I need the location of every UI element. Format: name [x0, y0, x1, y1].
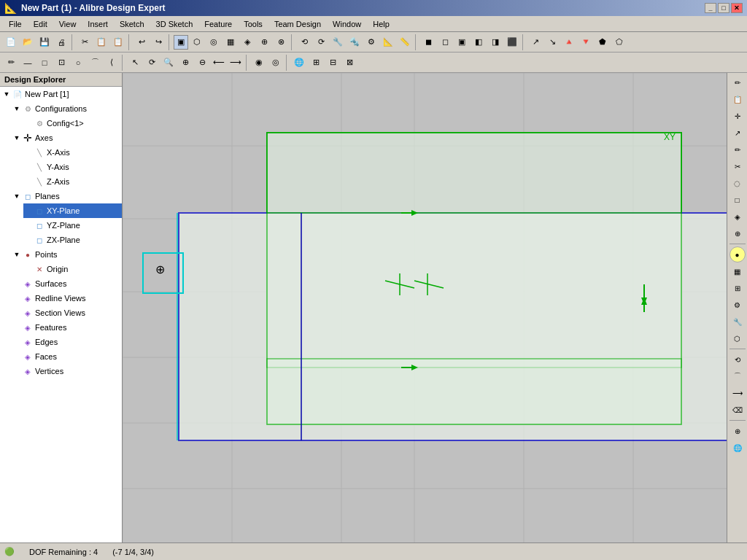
- rotate-tool[interactable]: ⟳: [144, 55, 160, 71]
- zoom-in-tool[interactable]: ⊕: [177, 55, 193, 71]
- tree-points[interactable]: ▼ ● Points: [12, 247, 122, 262]
- save-button[interactable]: 💾: [36, 34, 53, 50]
- tree-zaxis[interactable]: ▷ ╲ Z-Axis: [23, 174, 122, 189]
- rt-btn-6[interactable]: ✂: [729, 158, 746, 174]
- rt-btn-3[interactable]: ✛: [729, 108, 746, 124]
- tree-zxplane[interactable]: ▷ ◻ ZX-Plane: [23, 233, 122, 247]
- tool-19[interactable]: ◨: [487, 34, 503, 50]
- expand-new-part[interactable]: ▼: [1, 89, 12, 99]
- tool-25[interactable]: ⬟: [595, 34, 611, 50]
- menu-file[interactable]: File: [3, 18, 28, 30]
- tree-origin[interactable]: ▷ ✕ Origin: [23, 262, 122, 276]
- rt-btn-15[interactable]: 🔧: [729, 314, 746, 330]
- rt-btn-17[interactable]: ⟲: [729, 351, 746, 368]
- tree-config1[interactable]: ▷ ⚙ Config<1>: [23, 116, 122, 131]
- view-tool-1[interactable]: ◉: [251, 55, 267, 71]
- rt-btn-20[interactable]: ⌫: [729, 402, 746, 418]
- expand-configs[interactable]: ▼: [12, 104, 22, 114]
- tree-configurations[interactable]: ▼ ⚙ Configurations: [12, 101, 122, 116]
- sketch-tool-2[interactable]: —: [20, 55, 36, 71]
- menu-window[interactable]: Window: [327, 18, 367, 30]
- tool-21[interactable]: ↗: [527, 34, 543, 50]
- tree-edges[interactable]: ▷ ◈ Edges: [12, 335, 122, 349]
- constraint-tool-1[interactable]: ⊞: [308, 55, 324, 71]
- tool-8[interactable]: ⟲: [296, 34, 312, 50]
- zoom-tool[interactable]: 🔍: [160, 55, 177, 71]
- expand-points[interactable]: ▼: [12, 249, 22, 260]
- sketch-tool-5[interactable]: ○: [70, 55, 86, 71]
- rt-btn-16[interactable]: ⬡: [729, 330, 746, 346]
- tool-5[interactable]: ◈: [239, 34, 255, 50]
- tree-xyplane[interactable]: ▷ ◻ XY-Plane: [23, 203, 122, 218]
- tree-faces[interactable]: ▷ ◈ Faces: [12, 349, 122, 364]
- rt-btn-10[interactable]: ⊕: [729, 225, 746, 241]
- 3d-tool-1[interactable]: 🌐: [291, 55, 307, 71]
- rt-btn-13[interactable]: ⊞: [729, 280, 746, 296]
- new-button[interactable]: 📄: [3, 34, 19, 50]
- tool-26[interactable]: ⬠: [611, 34, 627, 50]
- tree-vertices[interactable]: ▷ ◈ Vertices: [12, 364, 122, 378]
- expand-planes[interactable]: ▼: [12, 191, 22, 201]
- tree-new-part[interactable]: ▼ 📄 New Part [1]: [0, 87, 122, 101]
- undo-button[interactable]: ↩: [133, 34, 150, 50]
- tree-axes[interactable]: ▼ ✛ Axes: [12, 131, 122, 145]
- tool-12[interactable]: ⚙: [363, 34, 379, 50]
- close-button[interactable]: ✕: [731, 3, 743, 13]
- tool-14[interactable]: 📏: [397, 34, 413, 50]
- pan-right-tool[interactable]: ⟶: [228, 55, 244, 71]
- rt-btn-12[interactable]: ▦: [729, 263, 746, 279]
- paste-button[interactable]: 📋: [110, 34, 126, 50]
- tool-16[interactable]: ◻: [437, 34, 453, 50]
- menu-view[interactable]: View: [53, 18, 82, 30]
- rt-btn-1[interactable]: ✏: [729, 74, 746, 90]
- pan-left-tool[interactable]: ⟵: [211, 55, 227, 71]
- rt-btn-14[interactable]: ⚙: [729, 297, 746, 313]
- menu-teamdesign[interactable]: Team Design: [268, 18, 327, 30]
- tool-13[interactable]: 📐: [380, 34, 396, 50]
- menu-edit[interactable]: Edit: [28, 18, 53, 30]
- tool-7[interactable]: ⊗: [273, 34, 289, 50]
- constraint-tool-2[interactable]: ⊟: [325, 55, 341, 71]
- tree-redline-views[interactable]: ▷ ◈ Redline Views: [12, 291, 122, 306]
- sketch-tool-7[interactable]: ⟨: [104, 55, 120, 71]
- zoom-out-tool[interactable]: ⊖: [194, 55, 210, 71]
- tool-6[interactable]: ⊕: [256, 34, 272, 50]
- cut-button[interactable]: ✂: [77, 34, 93, 50]
- tree-section-views[interactable]: ▷ ◈ Section Views: [12, 306, 122, 320]
- tool-3[interactable]: ◎: [206, 34, 222, 50]
- tool-1[interactable]: ▣: [174, 35, 188, 50]
- rt-btn-11[interactable]: ●: [729, 246, 746, 262]
- rt-btn-19[interactable]: ⟶: [729, 385, 746, 401]
- tree-yaxis[interactable]: ▷ ╲ Y-Axis: [23, 160, 122, 174]
- print-button[interactable]: 🖨: [53, 34, 69, 50]
- open-button[interactable]: 📂: [20, 34, 36, 50]
- menu-insert[interactable]: Insert: [82, 18, 114, 30]
- tool-10[interactable]: 🔧: [330, 34, 346, 50]
- tool-22[interactable]: ↘: [544, 34, 560, 50]
- menu-sketch[interactable]: Sketch: [114, 18, 150, 30]
- tool-2[interactable]: ⬡: [189, 34, 205, 50]
- sketch-tool-6[interactable]: ⌒: [87, 55, 103, 71]
- tool-9[interactable]: ⟳: [313, 34, 329, 50]
- expand-axes[interactable]: ▼: [12, 133, 22, 143]
- sketch-tool-1[interactable]: ✏: [3, 55, 19, 71]
- tree-planes[interactable]: ▼ ◻ Planes: [12, 189, 122, 203]
- maximize-button[interactable]: □: [718, 3, 729, 13]
- tree-xaxis[interactable]: ▷ ╲ X-Axis: [23, 145, 122, 160]
- redo-button[interactable]: ↪: [150, 34, 166, 50]
- menu-tools[interactable]: Tools: [238, 18, 268, 30]
- sketch-tool-3[interactable]: □: [36, 55, 53, 71]
- select-tool[interactable]: ↖: [127, 55, 143, 71]
- rt-btn-2[interactable]: 📋: [729, 91, 746, 107]
- minimize-button[interactable]: _: [705, 3, 716, 13]
- tool-20[interactable]: ⬛: [504, 34, 520, 50]
- tool-11[interactable]: 🔩: [347, 34, 363, 50]
- rt-btn-21[interactable]: ⊕: [729, 423, 746, 439]
- sketch-tool-4[interactable]: ⊡: [53, 55, 69, 71]
- tool-17[interactable]: ▣: [454, 34, 470, 50]
- tree-features[interactable]: ▷ ◈ Features: [12, 320, 122, 335]
- tool-18[interactable]: ◧: [471, 34, 487, 50]
- copy-button[interactable]: 📋: [93, 34, 109, 50]
- rt-btn-5[interactable]: ✏: [729, 141, 746, 158]
- tree-yzplane[interactable]: ▷ ◻ YZ-Plane: [23, 218, 122, 233]
